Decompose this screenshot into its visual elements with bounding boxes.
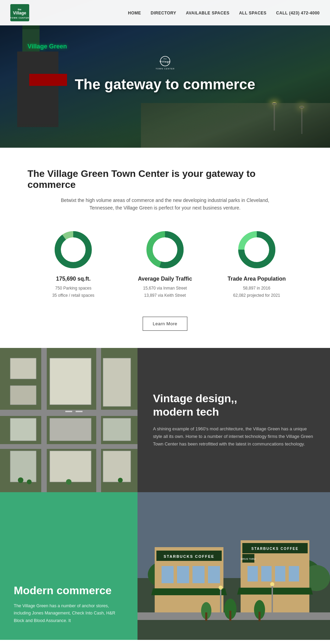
stat-traffic: Average Daily Traffic 15,670 via Inman S… [131, 229, 199, 300]
svg-point-36 [118, 478, 123, 483]
svg-text:the: the [18, 8, 22, 11]
vintage-title: Vintage design,,modern tech [153, 392, 315, 418]
modern-section: Modern commerce The Village Green has a … [0, 492, 330, 640]
svg-rect-30 [10, 451, 36, 482]
modern-text-panel: Modern commerce The Village Green has a … [0, 492, 138, 640]
svg-text:STARBUCKS COFFEE: STARBUCKS COFFEE [164, 554, 214, 558]
logo-icon: the Village TOWN CENTER [10, 4, 29, 21]
learn-more-button[interactable]: Learn More [143, 317, 187, 331]
stat-population-title: Trade Area Population [228, 276, 286, 282]
svg-point-35 [66, 479, 72, 485]
nav-item-home[interactable]: HOME [128, 10, 141, 16]
svg-rect-51 [208, 566, 220, 583]
svg-rect-68 [205, 612, 207, 621]
stats-headline: The Village Green Town Center is your ga… [28, 168, 302, 190]
svg-rect-24 [50, 358, 91, 405]
donut-chart-traffic [144, 229, 186, 270]
svg-rect-29 [10, 418, 36, 441]
svg-rect-48 [162, 566, 174, 583]
logo[interactable]: the Village TOWN CENTER [10, 4, 29, 21]
svg-rect-59 [261, 566, 272, 581]
svg-rect-27 [103, 358, 131, 406]
svg-rect-21 [96, 348, 101, 492]
donut-chart-population [236, 229, 277, 270]
svg-text:TOWN CENTER: TOWN CENTER [155, 68, 175, 70]
modern-title: Modern commerce [14, 584, 124, 597]
nav-links: HOME DiRectory AVAILABLE SPACES ALL SPAC… [128, 10, 320, 16]
hero-content: the Village TOWN CENTER The gateway to c… [75, 55, 255, 93]
vintage-text-panel: Vintage design,,modern tech A shining ex… [138, 348, 330, 492]
svg-rect-60 [275, 566, 285, 581]
svg-rect-61 [289, 566, 299, 581]
stat-sqft-title: 175,690 sq.ft. [56, 276, 91, 282]
svg-rect-22 [10, 358, 36, 379]
vintage-text: A shining example of 1960's mod architec… [153, 425, 315, 448]
svg-point-33 [18, 477, 23, 483]
svg-rect-19 [0, 444, 138, 449]
svg-text:TOWN CENTER: TOWN CENTER [10, 17, 29, 19]
svg-rect-28 [103, 418, 131, 441]
svg-point-10 [63, 239, 84, 260]
nav-item-call[interactable]: CALL (423) 472-4000 [276, 10, 320, 16]
svg-text:STARBUCKS COFFEE: STARBUCKS COFFEE [251, 547, 298, 551]
svg-marker-52 [151, 588, 227, 595]
svg-rect-66 [229, 611, 231, 621]
svg-point-13 [155, 239, 175, 260]
navigation: the Village TOWN CENTER HOME DiRectory A… [0, 0, 330, 25]
svg-rect-23 [10, 386, 36, 405]
svg-point-72 [219, 586, 223, 590]
svg-point-16 [246, 239, 267, 260]
svg-rect-58 [248, 566, 258, 581]
aerial-photo [0, 348, 138, 492]
donut-chart-sqft [53, 229, 94, 270]
vintage-section: Vintage design,,modern tech A shining ex… [0, 348, 330, 492]
svg-rect-32 [50, 418, 91, 441]
stats-section: The Village Green Town Center is your ga… [0, 148, 330, 348]
nav-item-available[interactable]: AVAILABLE SPACES [186, 10, 230, 16]
stat-population: Trade Area Population 58,897 in 2016 62,… [222, 229, 291, 300]
modern-text: The Village Green has a number of anchor… [14, 602, 124, 624]
stat-population-detail: 58,897 in 2016 62,082 projected for 2021 [233, 285, 280, 300]
nav-item-all[interactable]: ALL SPACES [239, 10, 266, 16]
hero-title: The gateway to commerce [75, 76, 255, 93]
svg-text:Village: Village [160, 60, 171, 63]
stat-sqft-detail: 750 Parking spaces 35 office / retail sp… [52, 285, 95, 300]
stat-traffic-title: Average Daily Traffic [138, 276, 192, 282]
nav-item-directory[interactable]: DiRectory [151, 10, 176, 16]
svg-rect-63 [138, 619, 330, 640]
aerial-svg [0, 348, 138, 492]
hero-logo: the Village TOWN CENTER [75, 55, 255, 73]
svg-rect-31 [103, 451, 131, 482]
svg-rect-38 [76, 411, 82, 412]
svg-rect-37 [65, 411, 72, 412]
stats-subtext: Betwixt the high volume areas of commerc… [28, 196, 302, 212]
starbucks-svg: STARBUCKS COFFEE STARBUCKS COFFEE DRIVE … [138, 492, 330, 640]
svg-point-34 [27, 479, 32, 484]
svg-rect-73 [272, 585, 273, 616]
stats-grid: 175,690 sq.ft. 750 Parking spaces 35 off… [28, 229, 302, 300]
stat-sqft: 175,690 sq.ft. 750 Parking spaces 35 off… [39, 229, 108, 300]
stat-traffic-detail: 15,670 via Inman Street 13,897 via Keith… [143, 285, 187, 300]
svg-rect-70 [258, 612, 261, 621]
svg-rect-18 [0, 410, 138, 416]
aerial-image [0, 348, 138, 492]
svg-text:DRIVE THRU: DRIVE THRU [241, 558, 256, 560]
svg-rect-71 [220, 588, 221, 616]
svg-rect-49 [177, 566, 189, 583]
svg-text:Village: Village [13, 11, 26, 15]
svg-rect-50 [192, 566, 205, 583]
starbucks-photo: STARBUCKS COFFEE STARBUCKS COFFEE DRIVE … [138, 492, 330, 640]
svg-text:the: the [163, 58, 167, 60]
svg-point-74 [270, 582, 274, 586]
svg-rect-26 [50, 451, 91, 482]
svg-marker-62 [237, 588, 313, 595]
svg-rect-20 [41, 348, 47, 492]
